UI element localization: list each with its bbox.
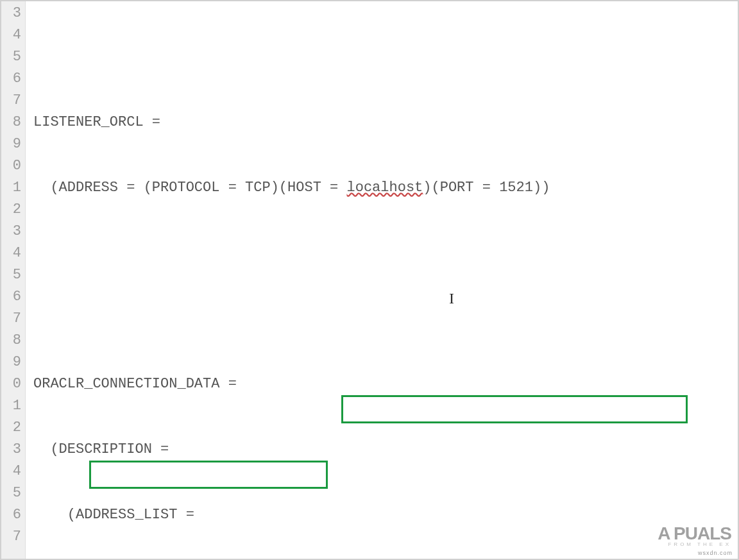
code-line[interactable]: (ADDRESS = (PROTOCOL = TCP)(HOST = local… <box>33 177 738 199</box>
line-number: 5 <box>1 46 21 68</box>
line-number: 8 <box>1 112 21 133</box>
code-line[interactable]: (DESCRIPTION = <box>33 439 738 461</box>
line-number: 2 <box>1 199 21 221</box>
line-number: 0 <box>1 155 21 177</box>
code-line[interactable] <box>33 46 738 68</box>
code-line[interactable]: LISTENER_ORCL = <box>33 112 738 133</box>
line-number: 1 <box>1 177 21 199</box>
line-number: 2 <box>1 417 21 439</box>
code-area[interactable]: LISTENER_ORCL = (ADDRESS = (PROTOCOL = T… <box>26 1 738 559</box>
line-number: 4 <box>1 24 21 46</box>
line-number: 6 <box>1 68 21 90</box>
code-line[interactable] <box>33 308 738 330</box>
highlight-host-port <box>341 395 688 423</box>
code-line[interactable]: (ADDRESS_LIST = <box>33 504 738 526</box>
text-cursor-icon: I <box>449 287 454 309</box>
code-line[interactable]: ORACLR_CONNECTION_DATA = <box>33 373 738 395</box>
line-number: 7 <box>1 308 21 330</box>
code-line[interactable] <box>33 242 738 264</box>
line-number: 3 <box>1 221 21 242</box>
line-number: 4 <box>1 461 21 482</box>
line-number: 3 <box>1 3 21 24</box>
appuals-logo: A PUALS FROM THE EX <box>658 523 731 547</box>
line-number: 4 <box>1 242 21 264</box>
line-number: 0 <box>1 373 21 395</box>
highlight-service-name <box>89 461 328 489</box>
line-number: 9 <box>1 133 21 155</box>
line-number: 3 <box>1 439 21 461</box>
code-editor: 3 4 5 6 7 8 9 0 1 2 3 4 5 6 7 8 9 0 1 2 … <box>1 1 738 559</box>
line-number: 1 <box>1 395 21 417</box>
line-number: 6 <box>1 504 21 526</box>
watermark-text: wsxdn.com <box>698 550 733 556</box>
line-number-gutter: 3 4 5 6 7 8 9 0 1 2 3 4 5 6 7 8 9 0 1 2 … <box>1 1 26 559</box>
line-number: 8 <box>1 330 21 352</box>
line-number: 7 <box>1 90 21 112</box>
line-number: 6 <box>1 286 21 308</box>
line-number: 9 <box>1 352 21 373</box>
line-number: 7 <box>1 526 21 548</box>
line-number: 5 <box>1 264 21 286</box>
line-number: 5 <box>1 482 21 504</box>
spellcheck-underline: localhost <box>346 180 423 196</box>
